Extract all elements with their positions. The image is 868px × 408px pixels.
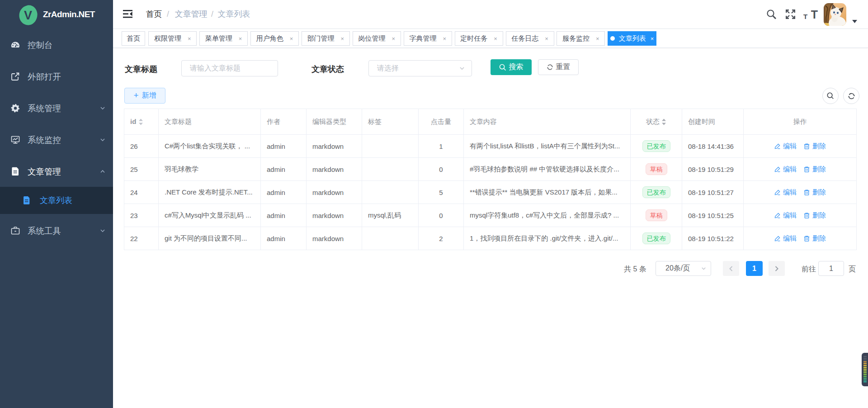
svg-text:V: V <box>24 9 32 22</box>
